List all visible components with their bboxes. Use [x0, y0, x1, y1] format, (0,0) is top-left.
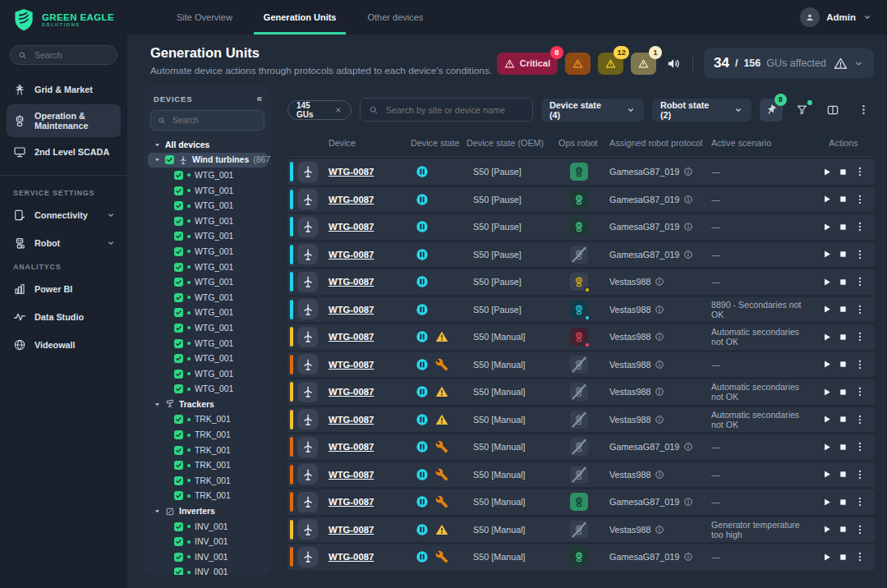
tab-site-overview[interactable]: Site Overview — [167, 0, 242, 34]
checkbox-checked[interactable] — [174, 339, 183, 348]
run-protocol-button[interactable] — [821, 552, 832, 563]
speaker-icon[interactable] — [666, 56, 682, 71]
sidebar-item-operation-maintenance[interactable]: Operation & Maintenance — [7, 104, 121, 137]
close-icon[interactable] — [334, 106, 342, 114]
checkbox-checked[interactable] — [174, 171, 183, 180]
stop-protocol-button[interactable] — [838, 524, 848, 535]
checkbox-checked[interactable] — [174, 446, 183, 455]
sidebar-item-grid-market[interactable]: Grid & Market — [7, 76, 121, 103]
run-protocol-button[interactable] — [821, 277, 832, 287]
checkbox-checked[interactable] — [174, 384, 183, 393]
checkbox-checked[interactable] — [174, 217, 183, 226]
info-icon[interactable] — [683, 222, 693, 232]
row-menu-button[interactable] — [854, 194, 866, 205]
ops-robot-status-active[interactable] — [570, 493, 588, 511]
tree-item-wtg-001[interactable]: WTG_001 — [144, 382, 271, 397]
ops-robot-status-off[interactable] — [570, 466, 588, 484]
device-link[interactable]: WTG-0087 — [329, 497, 411, 507]
tree-item-wtg-001[interactable]: WTG_001 — [144, 229, 271, 245]
info-icon[interactable] — [683, 442, 693, 452]
row-menu-button[interactable] — [854, 469, 866, 480]
ops-robot-status-active[interactable] — [570, 163, 588, 181]
stop-protocol-button[interactable] — [838, 222, 848, 232]
stop-protocol-button[interactable] — [838, 442, 848, 452]
info-icon[interactable] — [683, 552, 693, 562]
sidebar-item-connectivity[interactable]: Connectivity — [7, 202, 121, 228]
checkbox-checked[interactable] — [174, 247, 183, 256]
checkbox-checked[interactable] — [174, 324, 183, 333]
row-menu-button[interactable] — [854, 524, 866, 535]
checkbox-checked[interactable] — [174, 430, 183, 439]
run-protocol-button[interactable] — [821, 167, 832, 177]
tree-item-wtg-001[interactable]: WTG_001 — [144, 183, 271, 199]
run-protocol-button[interactable] — [821, 469, 832, 480]
run-protocol-button[interactable] — [821, 387, 832, 397]
checkbox-checked[interactable] — [174, 186, 183, 195]
stop-protocol-button[interactable] — [838, 167, 848, 177]
checkbox-checked[interactable] — [174, 308, 183, 317]
device-link[interactable]: WTG-0087 — [329, 195, 411, 204]
tree-group-inverters[interactable]: Inverters — [144, 503, 271, 519]
checkbox-checked[interactable] — [174, 263, 183, 272]
ops-robot-status-ok[interactable] — [570, 191, 588, 209]
ops-robot-status-off[interactable] — [570, 411, 588, 429]
info-icon[interactable] — [655, 387, 664, 397]
checkbox-checked[interactable] — [174, 232, 183, 241]
tab-other-devices[interactable]: Other devices — [357, 0, 433, 34]
device-link[interactable]: WTG-0087 — [329, 250, 411, 260]
tree-item-wtg-001[interactable]: WTG_001 — [144, 198, 271, 214]
stop-protocol-button[interactable] — [838, 359, 848, 370]
row-menu-button[interactable] — [854, 221, 866, 232]
alert-button-low[interactable]: 1 — [631, 53, 656, 75]
device-link[interactable]: WTG-0087 — [329, 552, 411, 562]
caret-down-icon[interactable] — [153, 156, 161, 163]
stop-protocol-button[interactable] — [838, 387, 848, 397]
row-menu-button[interactable] — [854, 496, 866, 508]
sidebar-item-robot[interactable]: Robot — [7, 230, 121, 256]
stop-protocol-button[interactable] — [838, 277, 848, 287]
sidebar-item-power-bi[interactable]: Power BI — [7, 276, 121, 302]
checkbox-checked[interactable] — [174, 201, 183, 210]
row-menu-button[interactable] — [854, 166, 866, 177]
ops-robot-status-ok[interactable] — [570, 548, 588, 566]
device-link[interactable]: WTG-0087 — [329, 222, 411, 232]
devices-search[interactable] — [150, 110, 264, 131]
tree-group-wind-turbines[interactable]: Wind turbines(867) — [148, 153, 267, 168]
device-link[interactable]: WTG-0087 — [329, 442, 411, 452]
caret-down-icon[interactable] — [153, 508, 161, 515]
device-link[interactable]: WTG-0087 — [329, 525, 411, 535]
ops-robot-status-ok[interactable] — [570, 218, 588, 236]
checkbox-checked[interactable] — [174, 278, 183, 287]
row-menu-button[interactable] — [854, 276, 866, 287]
ops-robot-status-off[interactable] — [570, 521, 588, 539]
ops-robot-status-off[interactable] — [570, 438, 588, 456]
row-menu-button[interactable] — [854, 414, 866, 425]
checkbox-checked[interactable] — [174, 553, 183, 562]
checkbox-checked[interactable] — [174, 567, 183, 575]
checkbox-checked[interactable] — [174, 293, 183, 302]
tree-item-inv-001[interactable]: INV_001 — [144, 519, 271, 535]
sidebar-search-input[interactable] — [33, 49, 109, 61]
stop-protocol-button[interactable] — [838, 414, 848, 425]
alert-button-high[interactable] — [565, 53, 591, 75]
stop-protocol-button[interactable] — [838, 469, 848, 480]
stop-protocol-button[interactable] — [838, 552, 848, 563]
sidebar-item-2nd-level-scada[interactable]: 2nd Level SCADA — [7, 139, 121, 165]
tree-item-wtg-001[interactable]: WTG_001 — [144, 260, 271, 275]
tree-item-wtg-001[interactable]: WTG_001 — [144, 274, 271, 290]
tree-item-trk-001[interactable]: TRK_001 — [144, 412, 271, 428]
checkbox-checked[interactable] — [174, 522, 183, 531]
user-menu[interactable]: Admin — [800, 0, 872, 34]
checkbox-checked[interactable] — [174, 537, 183, 546]
ops-robot-status-off[interactable] — [570, 246, 588, 264]
info-icon[interactable] — [655, 415, 664, 425]
stop-protocol-button[interactable] — [838, 332, 848, 342]
columns-button[interactable] — [821, 99, 843, 122]
gus-affected-widget[interactable]: 34/156GUs affected — [704, 48, 874, 78]
device-link[interactable]: WTG-0087 — [329, 470, 411, 480]
tree-group-trackers[interactable]: Trackers — [144, 397, 271, 412]
stop-protocol-button[interactable] — [838, 497, 848, 508]
row-menu-button[interactable] — [854, 551, 866, 563]
tree-item-trk-001[interactable]: TRK_001 — [144, 489, 271, 504]
device-link[interactable]: WTG-0087 — [329, 167, 411, 177]
